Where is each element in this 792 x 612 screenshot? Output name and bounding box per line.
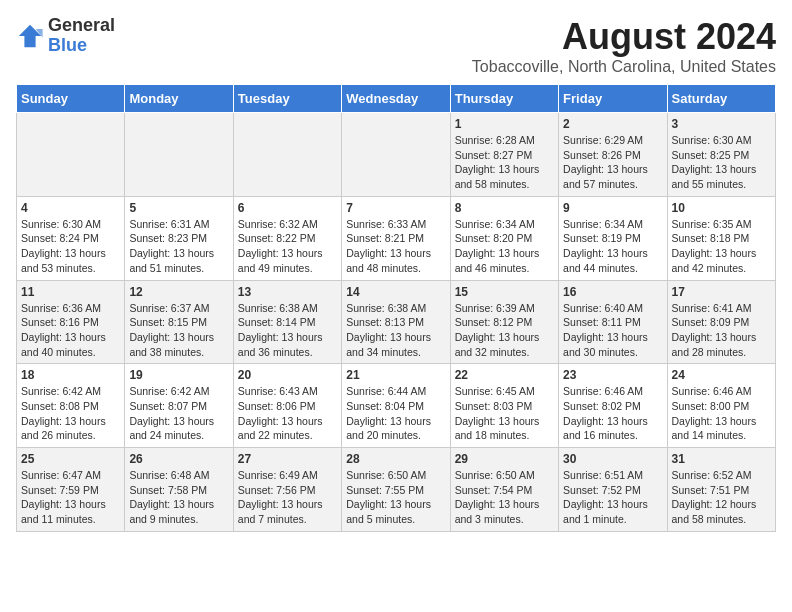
calendar-header-cell: Friday: [559, 85, 667, 113]
day-number: 27: [238, 452, 337, 466]
logo-icon: [16, 22, 44, 50]
svg-marker-0: [19, 25, 41, 47]
calendar-day-cell: 11Sunrise: 6:36 AM Sunset: 8:16 PM Dayli…: [17, 280, 125, 364]
calendar-day-cell: 7Sunrise: 6:33 AM Sunset: 8:21 PM Daylig…: [342, 196, 450, 280]
day-info: Sunrise: 6:48 AM Sunset: 7:58 PM Dayligh…: [129, 468, 228, 527]
day-info: Sunrise: 6:28 AM Sunset: 8:27 PM Dayligh…: [455, 133, 554, 192]
day-info: Sunrise: 6:45 AM Sunset: 8:03 PM Dayligh…: [455, 384, 554, 443]
day-info: Sunrise: 6:31 AM Sunset: 8:23 PM Dayligh…: [129, 217, 228, 276]
day-info: Sunrise: 6:50 AM Sunset: 7:55 PM Dayligh…: [346, 468, 445, 527]
subtitle: Tobaccoville, North Carolina, United Sta…: [472, 58, 776, 76]
day-number: 6: [238, 201, 337, 215]
day-info: Sunrise: 6:42 AM Sunset: 8:08 PM Dayligh…: [21, 384, 120, 443]
day-info: Sunrise: 6:29 AM Sunset: 8:26 PM Dayligh…: [563, 133, 662, 192]
day-number: 11: [21, 285, 120, 299]
day-info: Sunrise: 6:51 AM Sunset: 7:52 PM Dayligh…: [563, 468, 662, 527]
calendar-header-row: SundayMondayTuesdayWednesdayThursdayFrid…: [17, 85, 776, 113]
calendar-day-cell: 15Sunrise: 6:39 AM Sunset: 8:12 PM Dayli…: [450, 280, 558, 364]
day-info: Sunrise: 6:44 AM Sunset: 8:04 PM Dayligh…: [346, 384, 445, 443]
title-block: August 2024 Tobaccoville, North Carolina…: [472, 16, 776, 76]
calendar-week-row: 4Sunrise: 6:30 AM Sunset: 8:24 PM Daylig…: [17, 196, 776, 280]
day-number: 20: [238, 368, 337, 382]
day-info: Sunrise: 6:43 AM Sunset: 8:06 PM Dayligh…: [238, 384, 337, 443]
day-info: Sunrise: 6:50 AM Sunset: 7:54 PM Dayligh…: [455, 468, 554, 527]
calendar-day-cell: 26Sunrise: 6:48 AM Sunset: 7:58 PM Dayli…: [125, 448, 233, 532]
day-number: 30: [563, 452, 662, 466]
calendar-body: 1Sunrise: 6:28 AM Sunset: 8:27 PM Daylig…: [17, 113, 776, 532]
calendar-header-cell: Thursday: [450, 85, 558, 113]
day-number: 9: [563, 201, 662, 215]
day-number: 23: [563, 368, 662, 382]
calendar-day-cell: 23Sunrise: 6:46 AM Sunset: 8:02 PM Dayli…: [559, 364, 667, 448]
calendar-day-cell: 10Sunrise: 6:35 AM Sunset: 8:18 PM Dayli…: [667, 196, 775, 280]
day-info: Sunrise: 6:30 AM Sunset: 8:24 PM Dayligh…: [21, 217, 120, 276]
calendar-day-cell: 27Sunrise: 6:49 AM Sunset: 7:56 PM Dayli…: [233, 448, 341, 532]
day-info: Sunrise: 6:33 AM Sunset: 8:21 PM Dayligh…: [346, 217, 445, 276]
calendar-day-cell: 9Sunrise: 6:34 AM Sunset: 8:19 PM Daylig…: [559, 196, 667, 280]
day-info: Sunrise: 6:38 AM Sunset: 8:13 PM Dayligh…: [346, 301, 445, 360]
calendar-day-cell: 5Sunrise: 6:31 AM Sunset: 8:23 PM Daylig…: [125, 196, 233, 280]
calendar-day-cell: 21Sunrise: 6:44 AM Sunset: 8:04 PM Dayli…: [342, 364, 450, 448]
day-number: 25: [21, 452, 120, 466]
header: General Blue August 2024 Tobaccoville, N…: [16, 16, 776, 76]
logo-blue-text: Blue: [48, 35, 87, 55]
calendar-week-row: 11Sunrise: 6:36 AM Sunset: 8:16 PM Dayli…: [17, 280, 776, 364]
day-number: 24: [672, 368, 771, 382]
day-number: 12: [129, 285, 228, 299]
day-info: Sunrise: 6:41 AM Sunset: 8:09 PM Dayligh…: [672, 301, 771, 360]
calendar-day-cell: 13Sunrise: 6:38 AM Sunset: 8:14 PM Dayli…: [233, 280, 341, 364]
calendar-day-cell: 29Sunrise: 6:50 AM Sunset: 7:54 PM Dayli…: [450, 448, 558, 532]
calendar-day-cell: 1Sunrise: 6:28 AM Sunset: 8:27 PM Daylig…: [450, 113, 558, 197]
day-info: Sunrise: 6:46 AM Sunset: 8:00 PM Dayligh…: [672, 384, 771, 443]
calendar-header-cell: Saturday: [667, 85, 775, 113]
day-number: 1: [455, 117, 554, 131]
day-number: 4: [21, 201, 120, 215]
day-number: 13: [238, 285, 337, 299]
day-number: 29: [455, 452, 554, 466]
calendar-week-row: 18Sunrise: 6:42 AM Sunset: 8:08 PM Dayli…: [17, 364, 776, 448]
day-number: 17: [672, 285, 771, 299]
day-number: 5: [129, 201, 228, 215]
calendar-day-cell: 12Sunrise: 6:37 AM Sunset: 8:15 PM Dayli…: [125, 280, 233, 364]
calendar-day-cell: 4Sunrise: 6:30 AM Sunset: 8:24 PM Daylig…: [17, 196, 125, 280]
calendar-header-cell: Monday: [125, 85, 233, 113]
day-number: 3: [672, 117, 771, 131]
day-number: 15: [455, 285, 554, 299]
calendar-day-cell: 2Sunrise: 6:29 AM Sunset: 8:26 PM Daylig…: [559, 113, 667, 197]
calendar-header-cell: Wednesday: [342, 85, 450, 113]
calendar-day-cell: 20Sunrise: 6:43 AM Sunset: 8:06 PM Dayli…: [233, 364, 341, 448]
day-info: Sunrise: 6:42 AM Sunset: 8:07 PM Dayligh…: [129, 384, 228, 443]
day-number: 16: [563, 285, 662, 299]
day-info: Sunrise: 6:49 AM Sunset: 7:56 PM Dayligh…: [238, 468, 337, 527]
calendar-day-cell: 17Sunrise: 6:41 AM Sunset: 8:09 PM Dayli…: [667, 280, 775, 364]
calendar-day-cell: 24Sunrise: 6:46 AM Sunset: 8:00 PM Dayli…: [667, 364, 775, 448]
calendar-day-cell: 28Sunrise: 6:50 AM Sunset: 7:55 PM Dayli…: [342, 448, 450, 532]
day-info: Sunrise: 6:30 AM Sunset: 8:25 PM Dayligh…: [672, 133, 771, 192]
day-number: 31: [672, 452, 771, 466]
logo: General Blue: [16, 16, 115, 56]
calendar-day-cell: 16Sunrise: 6:40 AM Sunset: 8:11 PM Dayli…: [559, 280, 667, 364]
day-number: 26: [129, 452, 228, 466]
calendar-header-cell: Tuesday: [233, 85, 341, 113]
day-info: Sunrise: 6:34 AM Sunset: 8:20 PM Dayligh…: [455, 217, 554, 276]
logo-text: General Blue: [48, 16, 115, 56]
calendar-day-cell: 22Sunrise: 6:45 AM Sunset: 8:03 PM Dayli…: [450, 364, 558, 448]
calendar-day-cell: [17, 113, 125, 197]
calendar-day-cell: 30Sunrise: 6:51 AM Sunset: 7:52 PM Dayli…: [559, 448, 667, 532]
day-info: Sunrise: 6:40 AM Sunset: 8:11 PM Dayligh…: [563, 301, 662, 360]
day-info: Sunrise: 6:32 AM Sunset: 8:22 PM Dayligh…: [238, 217, 337, 276]
calendar-day-cell: 19Sunrise: 6:42 AM Sunset: 8:07 PM Dayli…: [125, 364, 233, 448]
day-number: 18: [21, 368, 120, 382]
calendar-day-cell: 31Sunrise: 6:52 AM Sunset: 7:51 PM Dayli…: [667, 448, 775, 532]
calendar-day-cell: 6Sunrise: 6:32 AM Sunset: 8:22 PM Daylig…: [233, 196, 341, 280]
day-info: Sunrise: 6:46 AM Sunset: 8:02 PM Dayligh…: [563, 384, 662, 443]
calendar-day-cell: [233, 113, 341, 197]
calendar-day-cell: 14Sunrise: 6:38 AM Sunset: 8:13 PM Dayli…: [342, 280, 450, 364]
calendar-week-row: 25Sunrise: 6:47 AM Sunset: 7:59 PM Dayli…: [17, 448, 776, 532]
day-info: Sunrise: 6:36 AM Sunset: 8:16 PM Dayligh…: [21, 301, 120, 360]
day-number: 22: [455, 368, 554, 382]
day-number: 28: [346, 452, 445, 466]
calendar-header-cell: Sunday: [17, 85, 125, 113]
calendar-day-cell: 25Sunrise: 6:47 AM Sunset: 7:59 PM Dayli…: [17, 448, 125, 532]
day-number: 19: [129, 368, 228, 382]
